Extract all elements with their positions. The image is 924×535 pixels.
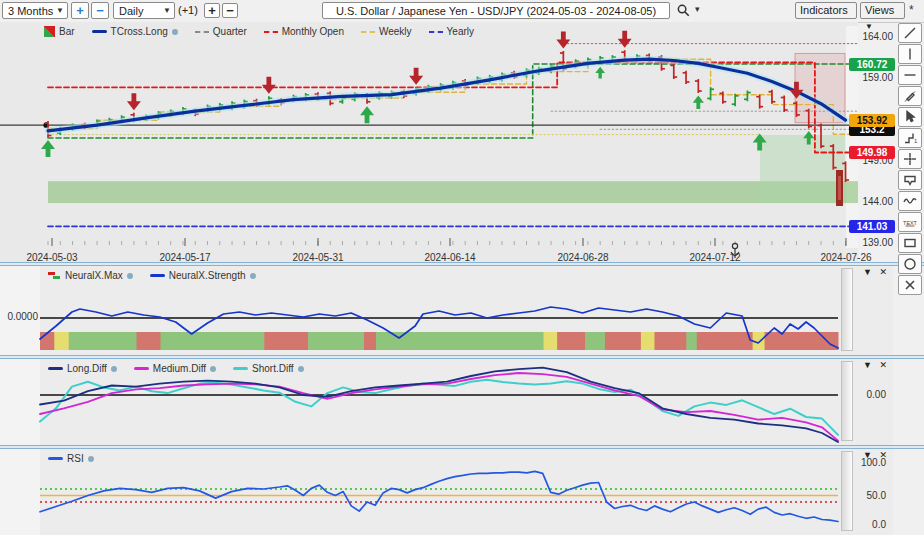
diff-panel: 0.00 Long.DiffMedium.DiffShort.Diff ▼ ✕: [0, 359, 893, 445]
symbol-title-box[interactable]: U.S. Dollar / Japanese Yen - USD/JPY (20…: [322, 2, 670, 19]
neuralx-max-segment: [585, 332, 605, 350]
neuralx-max-segment: [557, 332, 585, 350]
info-icon[interactable]: [298, 366, 304, 372]
panel-collapse-button[interactable]: ▼: [863, 450, 872, 460]
legend-item-quarter[interactable]: Quarter: [195, 26, 247, 37]
chevron-down-icon: ▼: [163, 3, 171, 19]
legend-item-neuralx-max[interactable]: NeuralX.Max: [48, 270, 133, 281]
legend-item-neuralx-strength[interactable]: NeuralX.Strength: [150, 270, 256, 281]
neuralx-legend: NeuralX.MaxNeuralX.Strength: [48, 269, 256, 282]
bars-increase-button[interactable]: +: [204, 3, 220, 18]
neuralx-max-segment: [544, 332, 558, 350]
callout-tool[interactable]: [898, 170, 922, 190]
ellipse-tool[interactable]: [898, 254, 922, 274]
indicators-button-label: Indicators: [800, 4, 848, 16]
panel-scrollbar[interactable]: [841, 268, 853, 351]
svg-text:TEXT: TEXT: [903, 220, 917, 226]
panel-scrollbar[interactable]: [841, 361, 853, 441]
panel-close-button[interactable]: ✕: [879, 267, 887, 277]
main-chart-canvas[interactable]: [0, 22, 898, 262]
diagonal-line-icon: [902, 25, 918, 41]
range-zoom-in-button[interactable]: +: [71, 2, 89, 19]
range-select-value: 3 Months: [8, 5, 53, 17]
horizontal-line-tool[interactable]: [898, 65, 922, 85]
step-line-icon: 1: [902, 130, 918, 146]
panel-collapse-button[interactable]: ▼: [863, 360, 872, 370]
info-icon[interactable]: [127, 273, 133, 279]
legend-item-tcross-long[interactable]: TCross.Long: [92, 26, 178, 37]
panel-collapse-button[interactable]: ▼: [863, 267, 872, 277]
legend-item-bar[interactable]: Bar: [44, 26, 75, 37]
vertical-line-icon: [902, 46, 918, 62]
legend-item-medium-diff[interactable]: Medium.Diff: [134, 363, 216, 374]
legend-label: TCross.Long: [111, 26, 168, 37]
price-badge: 153.92: [849, 114, 895, 127]
legend-item-weekly[interactable]: Weekly: [361, 26, 412, 37]
price-axis-label: 139.00: [851, 237, 893, 248]
top-toolbar: 3 Months ▼ + − Daily ▼ (+1) + − U.S. Dol…: [0, 0, 924, 23]
legend-item-rsi[interactable]: RSI: [48, 453, 94, 464]
line-swatch-icon: [48, 367, 63, 370]
info-icon[interactable]: [172, 29, 178, 35]
delete-drawing-icon: [902, 277, 918, 293]
rsi-0-label: 0.0: [848, 519, 886, 530]
dashed-line-swatch-icon: [264, 31, 278, 33]
pointer-tool[interactable]: [898, 107, 922, 127]
decline-zone: [760, 135, 845, 203]
legend-label: Quarter: [213, 26, 247, 37]
legend-label: Monthly Open: [282, 26, 344, 37]
info-icon[interactable]: [250, 273, 256, 279]
neuralx-max-segment: [697, 332, 753, 350]
range-zoom-out-button[interactable]: −: [91, 2, 109, 19]
diagonal-line-tool[interactable]: [898, 23, 922, 43]
neuralx-max-segment: [137, 332, 161, 350]
range-select[interactable]: 3 Months ▼: [2, 2, 68, 19]
legend-item-monthly-open[interactable]: Monthly Open: [264, 26, 344, 37]
rsi-canvas[interactable]: [0, 449, 893, 535]
search-caret-icon[interactable]: ▾: [695, 4, 700, 14]
indicators-button[interactable]: Indicators ▼: [795, 2, 857, 19]
text-tool[interactable]: TEXT: [898, 212, 922, 232]
neuralx-max-segment: [605, 332, 641, 350]
panel-scrollbar[interactable]: [841, 451, 853, 531]
callout-icon: [902, 172, 918, 188]
svg-text:1: 1: [914, 138, 918, 144]
legend-label: Long.Diff: [67, 363, 107, 374]
legend-label: Short.Diff: [252, 363, 294, 374]
info-icon[interactable]: [88, 456, 94, 462]
neuralx-max-segment: [641, 332, 655, 350]
wave-tool[interactable]: [898, 191, 922, 211]
neuralx-max-segment: [654, 332, 686, 350]
legend-item-yearly[interactable]: Yearly: [429, 26, 474, 37]
dashed-line-swatch-icon: [195, 31, 209, 33]
diff-zero-label: 0.00: [848, 389, 886, 400]
pencil-off-tool[interactable]: [898, 86, 922, 106]
delete-drawing-tool[interactable]: [898, 275, 922, 295]
price-badge: 149.98: [849, 146, 895, 159]
drawing-toolbar: 1TEXT: [898, 23, 923, 296]
step-line-tool[interactable]: 1: [898, 128, 922, 148]
interval-select-value: Daily: [119, 5, 143, 17]
info-icon[interactable]: [111, 366, 117, 372]
legend-label: RSI: [67, 453, 84, 464]
legend-item-long-diff[interactable]: Long.Diff: [48, 363, 117, 374]
price-axis-label: 159.00: [851, 72, 893, 83]
vertical-line-tool[interactable]: [898, 44, 922, 64]
rectangle-tool[interactable]: [898, 233, 922, 253]
views-button[interactable]: Views ▼: [860, 2, 905, 19]
panel-close-button[interactable]: ✕: [879, 360, 887, 370]
views-button-label: Views: [865, 4, 894, 16]
neuralx-max-segment: [376, 332, 544, 350]
line-swatch-icon: [92, 30, 107, 33]
info-icon[interactable]: [210, 366, 216, 372]
bars-decrease-button[interactable]: −: [222, 3, 238, 18]
crosshair-tool[interactable]: [898, 149, 922, 169]
interval-select[interactable]: Daily ▼: [113, 2, 175, 19]
legend-label: NeuralX.Strength: [169, 270, 246, 281]
panel-close-button[interactable]: ✕: [879, 450, 887, 460]
price-axis-label: 164.00: [851, 31, 893, 42]
neuralx-max-segment: [54, 332, 69, 350]
search-icon[interactable]: [676, 3, 691, 22]
legend-item-short-diff[interactable]: Short.Diff: [233, 363, 304, 374]
neuralx-max-segment: [364, 332, 376, 350]
